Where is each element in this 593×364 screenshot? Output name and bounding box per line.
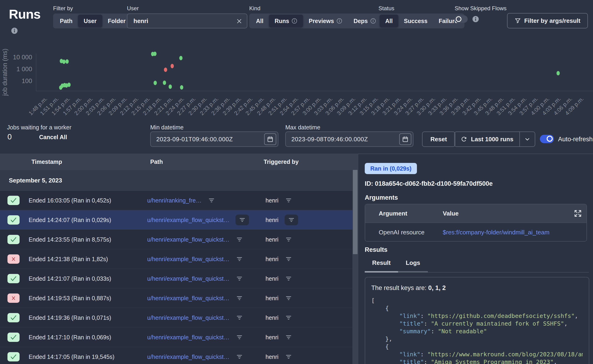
table-row[interactable]: Ended 14:19:36 (Ran in 0,071s)u/henri/ex… [0, 308, 352, 327]
run-user: henri [265, 295, 279, 302]
cancel-all-button[interactable]: Cancel All [39, 134, 67, 141]
filter-by-path-icon[interactable] [236, 255, 244, 262]
filter-by-path-icon[interactable] [236, 275, 244, 282]
filter-by-path-icon[interactable] [236, 334, 244, 341]
run-path-link[interactable]: u/henri/example_flow_quickst… [147, 295, 230, 302]
success-point [169, 84, 172, 89]
kind-runs[interactable]: Runs [269, 15, 303, 27]
filter-by-user[interactable]: User [78, 15, 102, 27]
table-row[interactable]: Ended 14:19:53 (Ran in 0,887s)u/henri/ex… [0, 288, 352, 308]
calendar-icon[interactable] [264, 133, 276, 145]
result-json: [ { "link": "https://github.com/deadbeef… [371, 297, 583, 364]
run-timestamp: Ended 14:24:07 (Ran in 0,029s) [29, 210, 111, 230]
filter-by-segmented: Path User Folder [53, 13, 132, 28]
svg-text:100: 100 [22, 78, 32, 84]
failure-icon [7, 293, 20, 303]
min-datetime-input[interactable]: 2023-09-01T09:46:00.000Z [150, 131, 278, 147]
user-filter-value: henri [127, 18, 148, 25]
filter-by-path-icon[interactable] [236, 214, 249, 225]
info-icon[interactable] [291, 18, 297, 24]
table-row[interactable]: Ended 14:23:55 (Ran in 8,575s)u/henri/ex… [0, 230, 352, 249]
reset-button[interactable]: Reset [422, 131, 455, 147]
filter-by-user-icon[interactable] [285, 275, 293, 282]
run-path-link[interactable]: u/henri/example_flow_quickst… [147, 217, 230, 223]
success-icon [7, 313, 20, 322]
expand-icon[interactable] [573, 209, 582, 218]
chevron-down-icon[interactable] [520, 132, 535, 146]
clear-user-icon[interactable] [236, 18, 243, 25]
table-row[interactable]: Ended 14:21:38 (Ran in 1,82s)u/henri/exa… [0, 249, 352, 269]
duration-chart: job duration (ms)10 0001 0001001:48 p.m.… [0, 42, 593, 120]
controls-row: Jobs waiting for a worker 0 Cancel All M… [0, 120, 593, 154]
result-viewer: The result keys are: 0, 1, 2 [ { "link":… [365, 277, 589, 364]
table-row[interactable]: Ended 14:17:05 (Ran in 19,545s)u/henri/e… [0, 347, 352, 364]
filter-by-user-icon[interactable] [285, 255, 293, 262]
scrollbar-thumb[interactable] [353, 170, 357, 254]
status-all[interactable]: All [380, 15, 398, 27]
run-user-cell: henri [265, 230, 293, 249]
filter-by-path-icon[interactable] [236, 314, 244, 321]
status-success[interactable]: Success [398, 15, 433, 27]
arguments-table: Argument Value OpenAI resource $res:f/co… [365, 204, 587, 241]
failure-point [164, 67, 167, 72]
info-icon[interactable] [11, 27, 18, 34]
user-filter-input[interactable]: henri [127, 13, 247, 28]
table-row[interactable]: Ended 16:03:05 (Ran in 0,452s)u/henri/ra… [0, 191, 352, 210]
auto-refresh-toggle[interactable] [540, 135, 554, 143]
max-datetime-input[interactable]: 2023-09-08T09:46:00.000Z [285, 131, 413, 147]
success-point [153, 52, 157, 56]
filter-by-user-icon[interactable] [285, 214, 298, 225]
table-row[interactable]: Ended 14:21:07 (Ran in 0,033s)u/henri/ex… [0, 269, 352, 288]
page-title: Runs [9, 6, 40, 22]
run-path-link[interactable]: u/henri/ranking_fre… [147, 197, 201, 204]
run-path-link[interactable]: u/henri/example_flow_quickst… [147, 256, 230, 262]
filter-by-path-icon[interactable] [236, 236, 244, 243]
run-path-link[interactable]: u/henri/example_flow_quickst… [147, 275, 230, 282]
run-duration-badge: Ran in (0,029s) [365, 163, 417, 174]
filter-by-user-icon[interactable] [285, 295, 293, 302]
filter-by-path-icon[interactable] [236, 353, 244, 360]
filter-by-user-icon[interactable] [285, 334, 293, 341]
run-path-link[interactable]: u/henri/example_flow_quickst… [147, 314, 230, 321]
filter-by-path[interactable]: Path [54, 15, 78, 27]
run-user: henri [265, 236, 279, 243]
success-point [163, 80, 166, 85]
calendar-icon[interactable] [399, 133, 411, 145]
run-path-cell: u/henri/example_flow_quickst… [147, 308, 244, 327]
filter-by-path-icon[interactable] [236, 295, 244, 302]
info-icon[interactable] [472, 15, 479, 23]
run-path-cell: u/henri/example_flow_quickst… [147, 347, 244, 364]
run-path-cell: u/henri/example_flow_quickst… [147, 230, 244, 249]
auto-refresh-label: Auto-refresh [558, 136, 593, 143]
table-row[interactable]: Ended 14:24:07 (Ran in 0,029s)u/henri/ex… [0, 210, 352, 230]
tab-result[interactable]: Result [365, 257, 398, 273]
last-runs-split-button: Last 1000 runs [454, 131, 535, 147]
col-triggered-by: Triggered by [264, 154, 299, 170]
kind-label: Kind [249, 5, 260, 12]
table-header: Timestamp Path Triggered by [0, 154, 352, 170]
filter-by-user-icon[interactable] [285, 314, 293, 321]
tab-logs[interactable]: Logs [398, 257, 428, 273]
filter-by-path-icon[interactable] [208, 197, 215, 204]
kind-previews[interactable]: Previews [303, 15, 348, 27]
kind-all[interactable]: All [250, 15, 269, 27]
run-id: ID: 018a654c-d062-fbb2-d100-59fa70df500e [365, 180, 493, 187]
success-icon [7, 352, 20, 361]
filter-by-user-icon[interactable] [285, 353, 293, 360]
run-path-link[interactable]: u/henri/example_flow_quickst… [147, 334, 230, 341]
run-path-link[interactable]: u/henri/example_flow_quickst… [147, 236, 230, 243]
last-runs-button[interactable]: Last 1000 runs [455, 132, 519, 146]
run-timestamp: Ended 14:19:53 (Ran in 0,887s) [29, 288, 111, 308]
argument-value-link[interactable]: $res:f/company-folder/windmill_ai_team [443, 223, 549, 241]
run-path-link[interactable]: u/henri/example_flow_quickst… [147, 353, 230, 360]
kind-deps[interactable]: Deps [348, 15, 382, 27]
filter-by-user-icon[interactable] [285, 236, 293, 243]
show-skipped-toggle[interactable] [455, 15, 468, 23]
info-icon[interactable] [370, 18, 376, 24]
table-row[interactable]: Ended 14:17:10 (Ran in 0,069s)u/henri/ex… [0, 327, 352, 347]
duration-scatter-plot: job duration (ms)10 0001 0001001:48 p.m.… [0, 42, 593, 120]
info-icon[interactable] [336, 18, 343, 24]
filter-by-user-icon[interactable] [285, 197, 293, 204]
filter-by-args-button[interactable]: Filter by args/result [507, 13, 588, 28]
run-user-cell: henri [265, 269, 293, 288]
